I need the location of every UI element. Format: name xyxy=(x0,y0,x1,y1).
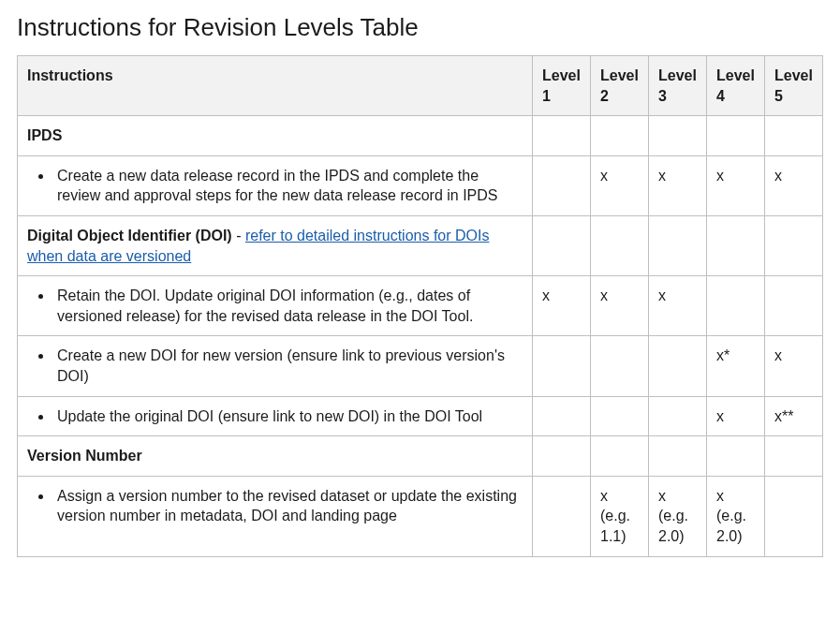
doi-dash: - xyxy=(232,228,245,243)
cell-empty xyxy=(707,116,765,156)
col-instructions: Instructions xyxy=(18,56,533,116)
cell-empty xyxy=(765,116,823,156)
cell-l4: x* xyxy=(707,336,765,396)
instruction-cell: Create a new DOI for new version (ensure… xyxy=(18,336,533,396)
cell-empty xyxy=(533,116,591,156)
cell-l3: x xyxy=(649,155,707,215)
cell-l3 xyxy=(649,396,707,436)
table-row: Retain the DOI. Update original DOI info… xyxy=(18,276,823,336)
instruction-text: Create a new DOI for new version (ensure… xyxy=(53,346,523,386)
section-version-header: Version Number xyxy=(18,436,823,477)
instruction-cell: Create a new data release record in the … xyxy=(18,155,533,215)
table-header-row: Instructions Level 1 Level 2 Level 3 Lev… xyxy=(18,56,823,116)
cell-empty xyxy=(591,215,649,275)
page-container: Instructions for Revision Levels Table I… xyxy=(0,0,840,557)
instruction-text: Retain the DOI. Update original DOI info… xyxy=(53,286,523,326)
instruction-cell: Assign a version number to the revised d… xyxy=(18,476,533,556)
section-ipds-header: IPDS xyxy=(18,116,823,156)
col-level-2: Level 2 xyxy=(591,56,649,116)
col-level-3: Level 3 xyxy=(649,56,707,116)
instruction-cell: Retain the DOI. Update original DOI info… xyxy=(18,276,533,336)
cell-l1 xyxy=(533,476,591,556)
cell-empty xyxy=(765,436,823,477)
section-doi-header: Digital Object Identifier (DOI) - refer … xyxy=(18,215,823,275)
cell-l1 xyxy=(533,396,591,436)
cell-empty xyxy=(591,116,649,156)
cell-l4 xyxy=(707,276,765,336)
doi-label-prefix: Digital Object Identifier (DOI) xyxy=(27,228,232,243)
cell-l5 xyxy=(765,476,823,556)
table-row: Assign a version number to the revised d… xyxy=(18,476,823,556)
cell-empty xyxy=(533,436,591,477)
instruction-text: Create a new data release record in the … xyxy=(53,166,523,206)
cell-empty xyxy=(707,436,765,477)
cell-empty xyxy=(649,436,707,477)
cell-l2: x xyxy=(591,155,649,215)
cell-l2: x xyxy=(591,276,649,336)
cell-empty xyxy=(765,215,823,275)
cell-l2: x (e.g. 1.1) xyxy=(591,476,649,556)
col-level-4: Level 4 xyxy=(707,56,765,116)
cell-l4: x xyxy=(707,396,765,436)
cell-l1 xyxy=(533,336,591,396)
instruction-text: Update the original DOI (ensure link to … xyxy=(53,406,523,427)
cell-empty xyxy=(649,116,707,156)
cell-l5: x** xyxy=(765,396,823,436)
cell-l4: x xyxy=(707,155,765,215)
cell-l5: x xyxy=(765,336,823,396)
instruction-cell: Update the original DOI (ensure link to … xyxy=(18,396,533,436)
col-level-1: Level 1 xyxy=(533,56,591,116)
cell-l3: x (e.g. 2.0) xyxy=(649,476,707,556)
col-level-5: Level 5 xyxy=(765,56,823,116)
cell-empty xyxy=(649,215,707,275)
cell-l4: x (e.g. 2.0) xyxy=(707,476,765,556)
cell-l1 xyxy=(533,155,591,215)
table-row: Create a new data release record in the … xyxy=(18,155,823,215)
section-doi-label: Digital Object Identifier (DOI) - refer … xyxy=(18,215,533,275)
revision-levels-table: Instructions Level 1 Level 2 Level 3 Lev… xyxy=(17,55,823,557)
table-row: Create a new DOI for new version (ensure… xyxy=(18,336,823,396)
table-row: Update the original DOI (ensure link to … xyxy=(18,396,823,436)
cell-empty xyxy=(533,215,591,275)
cell-empty xyxy=(707,215,765,275)
cell-l3 xyxy=(649,336,707,396)
section-ipds-label: IPDS xyxy=(18,116,533,156)
cell-empty xyxy=(591,436,649,477)
cell-l1: x xyxy=(533,276,591,336)
cell-l5 xyxy=(765,276,823,336)
cell-l2 xyxy=(591,396,649,436)
instruction-text: Assign a version number to the revised d… xyxy=(53,486,523,526)
cell-l5: x xyxy=(765,155,823,215)
cell-l3: x xyxy=(649,276,707,336)
cell-l2 xyxy=(591,336,649,396)
section-version-label: Version Number xyxy=(18,436,533,477)
page-title: Instructions for Revision Levels Table xyxy=(17,13,823,42)
